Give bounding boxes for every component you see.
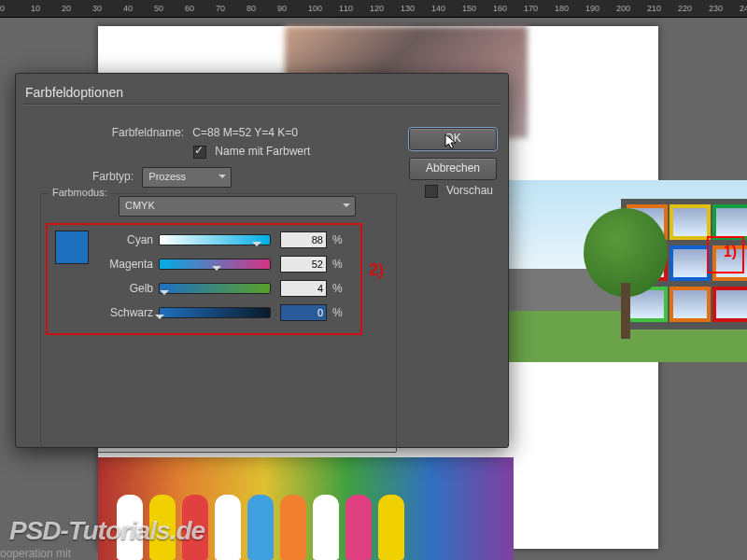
- annotation-2-label: 2): [369, 260, 384, 280]
- cyan-value[interactable]: 88: [280, 231, 327, 248]
- yellow-slider[interactable]: [159, 283, 271, 294]
- swatch-options-dialog: Farbfeldoptionen Farbfeldname: C=88 M=52…: [15, 73, 509, 448]
- colormode-label: Farbmodus:: [49, 187, 111, 198]
- yellow-value[interactable]: 4: [280, 280, 327, 297]
- colortype-label: Farbtyp:: [81, 170, 134, 183]
- dialog-title: Farbfeldoptionen: [25, 85, 123, 100]
- percent-label: %: [332, 282, 343, 295]
- swatchname-value: C=88 M=52 Y=4 K=0: [192, 126, 298, 139]
- magenta-slider[interactable]: [159, 259, 271, 270]
- percent-label: %: [332, 258, 343, 271]
- colortype-dropdown[interactable]: Prozess: [142, 167, 232, 188]
- cyan-slider[interactable]: [159, 234, 271, 245]
- ok-button[interactable]: OK: [409, 128, 497, 150]
- watermark: PSD-Tutorials.de: [9, 516, 204, 546]
- cancel-button[interactable]: Abbrechen: [409, 158, 497, 180]
- colormode-dropdown[interactable]: CMYK: [119, 196, 356, 217]
- magenta-label: Magenta: [95, 258, 159, 271]
- name-with-value-label: Name mit Farbwert: [215, 145, 310, 158]
- name-with-value-checkbox[interactable]: [193, 146, 206, 159]
- percent-label: %: [332, 306, 343, 319]
- preview-label: Vorschau: [446, 184, 493, 197]
- cyan-row: Cyan 88 %: [95, 231, 366, 249]
- ruler-horizontal: 0102030405060708090100110120130140150160…: [0, 0, 747, 18]
- annotation-1-label: 1): [724, 244, 737, 260]
- black-value[interactable]: 0: [280, 304, 327, 321]
- black-slider[interactable]: [159, 307, 271, 318]
- swatchname-label: Farbfeldname:: [81, 126, 184, 139]
- black-label: Schwarz: [95, 306, 159, 319]
- yellow-row: Gelb 4 %: [95, 279, 366, 298]
- percent-label: %: [332, 233, 343, 246]
- yellow-label: Gelb: [95, 282, 159, 295]
- magenta-value[interactable]: 52: [280, 256, 327, 273]
- magenta-row: Magenta 52 %: [95, 255, 366, 273]
- placed-image-building: 1): [509, 180, 747, 362]
- watermark-sub: ooperation mit: [0, 547, 71, 560]
- preview-checkbox[interactable]: [425, 185, 438, 198]
- color-swatch-preview: [55, 231, 89, 264]
- cyan-label: Cyan: [95, 233, 159, 246]
- black-row: Schwarz 0 %: [95, 303, 366, 322]
